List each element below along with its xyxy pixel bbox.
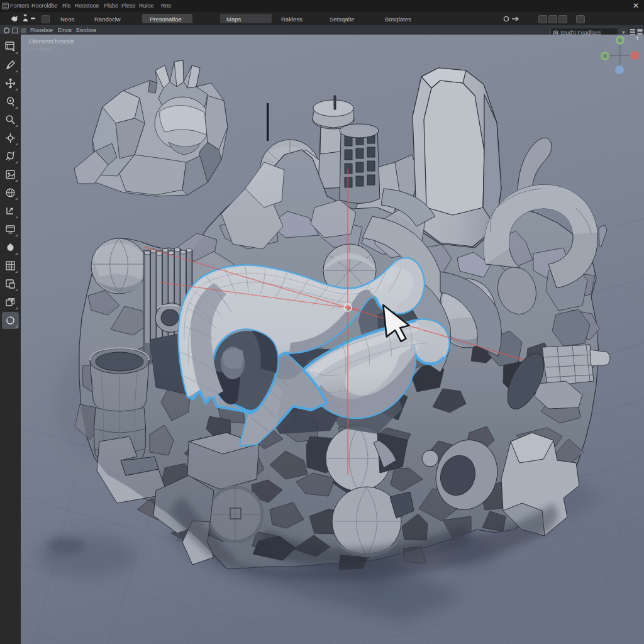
svg-text:Cbersesnt forsesdt: Cbersesnt forsesdt (29, 38, 74, 45)
svg-text:Koscllates: Koscllates (29, 46, 52, 52)
